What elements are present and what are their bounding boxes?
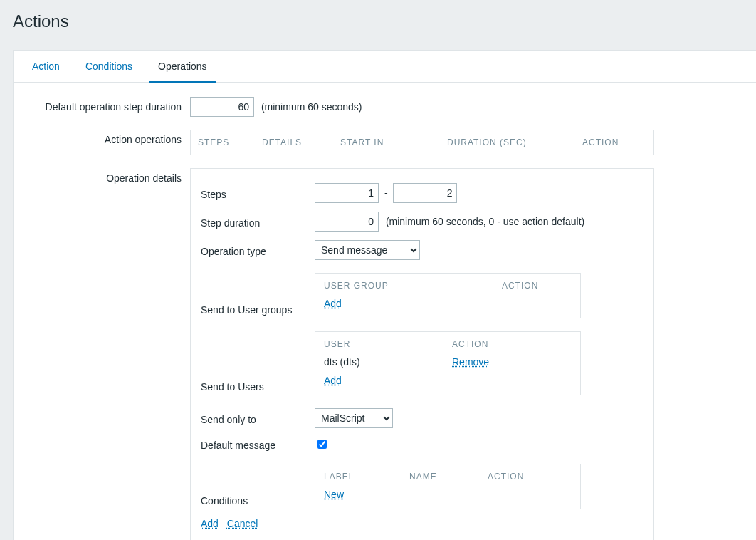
tab-operations[interactable]: Operations <box>145 51 219 82</box>
label-operation-type: Operation type <box>201 243 315 257</box>
label-action-operations: Action operations <box>35 130 190 145</box>
input-step-duration[interactable] <box>315 212 379 232</box>
operations-form: Default operation step duration (minimum… <box>14 83 756 540</box>
col-header-duration: DURATION (SEC) <box>447 137 582 147</box>
hint-default-step-duration: (minimum 60 seconds) <box>261 101 362 113</box>
steps-dash: - <box>384 187 388 199</box>
input-step-from[interactable] <box>315 183 379 203</box>
col-header-action: ACTION <box>582 137 646 147</box>
label-send-only-to: Send only to <box>201 411 315 425</box>
input-step-to[interactable] <box>393 183 457 203</box>
label-operation-details: Operation details <box>35 168 190 184</box>
users-table: USER ACTION dts (dts) Remove Add <box>315 331 581 395</box>
label-default-step-duration: Default operation step duration <box>35 97 190 113</box>
conditions-table: LABEL NAME ACTION New <box>315 464 581 509</box>
main-panel: Action Conditions Operations Default ope… <box>13 50 756 540</box>
action-operations-table: STEPS DETAILS START IN DURATION (SEC) AC… <box>190 130 654 155</box>
col-header-cond-action: ACTION <box>488 472 524 482</box>
select-send-only-to[interactable]: MailScript <box>315 408 393 428</box>
label-send-to-users: Send to Users <box>201 381 315 395</box>
user-row-name: dts (dts) <box>324 356 452 368</box>
page-title: Actions <box>13 6 743 37</box>
col-header-start-in: START IN <box>340 137 447 147</box>
hint-step-duration: (minimum 60 seconds, 0 - use action defa… <box>386 216 584 227</box>
user-row: dts (dts) Remove <box>324 356 572 368</box>
select-operation-type[interactable]: Send message <box>315 240 420 260</box>
add-operation-link[interactable]: Add <box>201 518 219 529</box>
col-header-details: DETAILS <box>262 137 340 147</box>
col-header-user-action: ACTION <box>452 339 537 349</box>
col-header-cond-label: LABEL <box>324 472 409 482</box>
label-default-message: Default message <box>201 437 315 451</box>
label-op-conditions: Conditions <box>201 495 315 509</box>
user-groups-table: USER GROUP ACTION Add <box>315 273 581 318</box>
tab-conditions[interactable]: Conditions <box>73 51 145 82</box>
remove-user-link[interactable]: Remove <box>452 356 489 368</box>
label-send-to-user-groups: Send to User groups <box>201 304 315 318</box>
add-user-link[interactable]: Add <box>324 375 342 386</box>
operation-details-box: Steps - Step duration (minimum 60 second… <box>190 168 654 540</box>
col-header-ug-action: ACTION <box>502 281 538 291</box>
tabs: Action Conditions Operations <box>14 51 756 83</box>
col-header-user-group: USER GROUP <box>324 281 502 291</box>
label-steps: Steps <box>201 186 315 200</box>
new-condition-link[interactable]: New <box>324 489 344 500</box>
col-header-cond-name: NAME <box>409 472 488 482</box>
cancel-operation-link[interactable]: Cancel <box>227 518 258 529</box>
col-header-steps: STEPS <box>198 137 262 147</box>
col-header-user: USER <box>324 339 452 349</box>
checkbox-default-message[interactable] <box>317 440 327 449</box>
input-default-step-duration[interactable] <box>190 97 254 117</box>
add-user-group-link[interactable]: Add <box>324 298 342 309</box>
tab-action[interactable]: Action <box>19 51 73 82</box>
label-step-duration: Step duration <box>201 214 315 229</box>
